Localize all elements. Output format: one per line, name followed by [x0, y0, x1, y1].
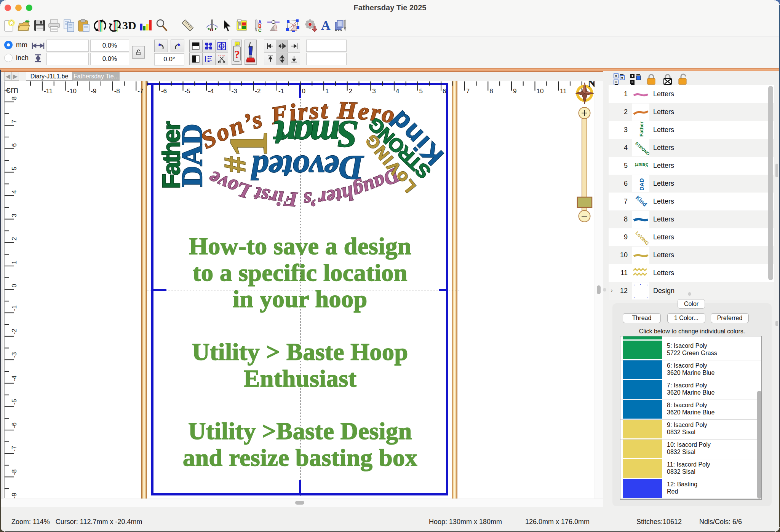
svg-text:N: N [588, 81, 595, 89]
svg-text:Devoted: Devoted [251, 149, 364, 186]
svg-text:DAD: DAD [638, 178, 645, 191]
svg-text:Smart: Smart [635, 162, 648, 168]
svg-text:C: C [258, 28, 262, 33]
svg-text:LoVING: LoVING [635, 230, 649, 246]
svg-text:Kind: Kind [635, 194, 648, 208]
svg-text:?: ? [234, 48, 240, 61]
svg-text:STRONG: STRONG [635, 141, 649, 156]
svg-text:3D: 3D [122, 19, 136, 32]
svg-text:A: A [321, 18, 331, 32]
svg-text:#: # [218, 156, 252, 173]
svg-text:Father: Father [639, 121, 644, 137]
